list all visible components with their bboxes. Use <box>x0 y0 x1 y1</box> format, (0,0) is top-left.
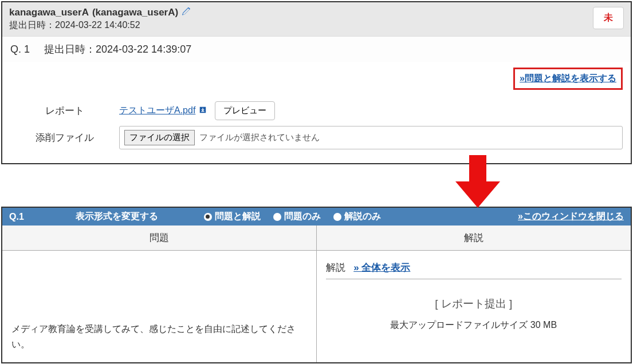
question-header-row: Q. 1 提出日時：2024-03-22 14:39:07 <box>2 36 631 62</box>
download-icon[interactable] <box>199 106 207 116</box>
blue-toolbar: Q.1 表示形式を変更する 問題と解説 問題のみ 解説のみ »このウィンドウを閉… <box>2 208 631 225</box>
user-id: (kanagawa_userA) <box>92 7 178 18</box>
radio-icon <box>204 213 212 221</box>
file-input-wrapper: ファイルの選択 ファイルが選択されていません <box>119 126 623 149</box>
display-format-radio-group: 問題と解説 問題のみ 解説のみ <box>204 211 381 223</box>
column-header-explanation: 解説 <box>317 225 631 250</box>
report-file-link[interactable]: テストユーザA.pdf <box>119 105 195 117</box>
choose-file-button[interactable]: ファイルの選択 <box>124 130 195 145</box>
user-name-row: kanagawa_userA(kanagawa_userA) <box>9 7 191 18</box>
content-row: メディア教育論を受講してみて、感じたことを自由に記述してください。 解説 » 全… <box>2 251 631 362</box>
report-submit-title: [ レポート提出 ] <box>326 296 622 311</box>
show-explanation-row: »問題と解説を表示する <box>2 62 631 93</box>
show-all-link[interactable]: » 全体を表示 <box>353 262 410 273</box>
max-upload-size: 最大アップロードファイルサイズ 30 MB <box>326 319 622 331</box>
preview-button[interactable]: プレビュー <box>215 101 275 120</box>
report-row: レポート テストユーザA.pdf プレビュー <box>10 101 623 120</box>
explanation-panel: Q.1 表示形式を変更する 問題と解説 問題のみ 解説のみ »このウィンドウを閉… <box>1 207 632 363</box>
question-text: メディア教育論を受講してみて、感じたことを自由に記述してください。 <box>11 321 307 352</box>
red-arrow-icon <box>455 155 500 210</box>
user-header: kanagawa_userA(kanagawa_userA) 提出日時：2024… <box>2 2 631 36</box>
question-time-label: 提出日時： <box>44 43 96 55</box>
explanation-column: 解説 » 全体を表示 [ レポート提出 ] 最大アップロードファイルサイズ 30… <box>317 251 631 362</box>
explanation-header: 解説 » 全体を表示 <box>326 261 622 279</box>
user-info: kanagawa_userA(kanagawa_userA) 提出日時：2024… <box>9 7 191 31</box>
question-time: 2024-03-22 14:39:07 <box>96 43 191 55</box>
close-window-link[interactable]: »このウィンドウを閉じる <box>518 211 624 223</box>
column-header-problem: 問題 <box>2 225 317 250</box>
radio-explanation-only[interactable]: 解説のみ <box>333 211 381 223</box>
report-label: レポート <box>10 104 119 117</box>
radio-problem-explanation[interactable]: 問題と解説 <box>204 211 261 223</box>
question-label: Q.1 <box>9 212 24 222</box>
format-label: 表示形式を変更する <box>76 211 158 223</box>
no-file-text: ファイルが選択されていません <box>199 132 320 143</box>
status-badge: 未 <box>593 7 624 29</box>
radio-icon <box>333 213 341 221</box>
submission-panel: kanagawa_userA(kanagawa_userA) 提出日時：2024… <box>1 1 632 164</box>
radio-icon <box>273 213 281 221</box>
user-name: kanagawa_userA <box>9 7 89 18</box>
show-explanation-link[interactable]: »問題と解説を表示する <box>513 68 623 90</box>
explanation-label: 解説 <box>326 262 345 273</box>
arrow-container <box>0 165 633 205</box>
form-area: レポート テストユーザA.pdf プレビュー 添削ファイル ファイルの選択 ファ… <box>2 93 631 163</box>
submission-time: 提出日時：2024-03-22 14:40:52 <box>9 19 191 31</box>
question-number: Q. 1 <box>10 43 30 55</box>
correction-row: 添削ファイル ファイルの選択 ファイルが選択されていません <box>10 126 623 149</box>
problem-column: メディア教育論を受講してみて、感じたことを自由に記述してください。 <box>2 251 317 362</box>
column-headers: 問題 解説 <box>2 225 631 251</box>
radio-problem-only[interactable]: 問題のみ <box>273 211 321 223</box>
correction-label: 添削ファイル <box>10 131 119 144</box>
edit-icon[interactable] <box>182 7 191 18</box>
